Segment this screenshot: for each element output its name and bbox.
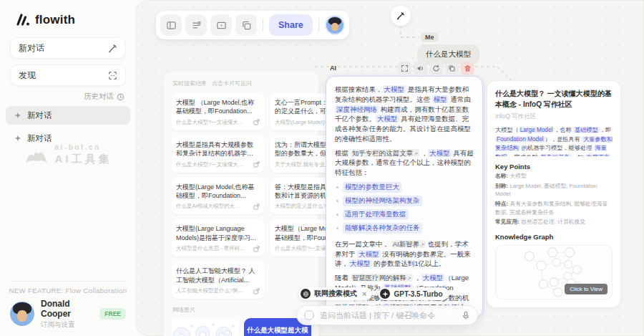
result-card-footer: 人工智能大模型是什么?简单... (176, 287, 260, 294)
sidebar: flowith 新对话 发现 历史对话 (0, 0, 136, 336)
result-card-footer: 什么是AI领域大模型的大模型?... (176, 203, 260, 210)
answer-bullet: 模型的参数量巨大 (336, 182, 474, 193)
highlight-term: Large Model (519, 127, 555, 133)
external-link-icon (253, 288, 260, 294)
ai-answer-panel[interactable]: 根据搜索结果，大模型 是指具有大量参数和复杂结构的机器学习模型。这些 模型 通常… (326, 76, 483, 318)
spark-icon (14, 135, 21, 142)
voice-button[interactable] (414, 62, 427, 75)
highlight-term: 模型 (432, 95, 449, 103)
key-point-label: 特点: (495, 201, 508, 207)
result-card[interactable]: 大模型是指具有大规模参数和复杂计算结构的机器学习模... 什么是大模型?一文读懂… (171, 135, 265, 173)
close-icon[interactable]: × (362, 289, 366, 298)
flow-canvas[interactable]: Share Me 什么是大模型 AI (136, 0, 644, 336)
knowledge-graph-header: Knowledge Graph (495, 233, 613, 241)
pen-icon (108, 44, 117, 53)
external-link-icon (253, 246, 260, 252)
result-card[interactable]: 大模型 （Large Model,也称基础模型，即Foundation... 什… (171, 93, 265, 130)
image-result-bubbles[interactable] (171, 318, 239, 336)
user-meta: Donald Cooper 订阅与设置 (41, 299, 93, 330)
answer-paragraph: 根据 知乎专栏的这篇文章 ，大模型 具有超大规模参数，通常在十亿个以上，这种模型… (335, 148, 474, 178)
sidebar-item-conversation[interactable]: 新对话 (6, 106, 130, 125)
conversation-title: 新对话 (27, 110, 52, 121)
highlight-term: 深度神经网络 (335, 105, 379, 113)
bubbles-thumbnail (171, 318, 239, 336)
answer-body: 根据搜索结果，大模型 是指具有大量参数和复杂结构的机器学习模型。这些 模型 通常… (335, 85, 474, 318)
delete-button[interactable] (461, 62, 474, 75)
source-link-chip[interactable]: 知乎专栏的这篇文章 (351, 149, 419, 157)
discover-button[interactable]: 发现 (10, 64, 126, 86)
mic-button[interactable] (462, 311, 470, 320)
answer-bullet: 能够解决各种复杂的任务 (336, 223, 474, 234)
flow-node-button[interactable] (391, 6, 411, 26)
reference-title[interactable]: 什么是大模型？ 一文读懂大模型的基本概念 - InfoQ 写作社区 (495, 89, 613, 110)
key-point-value: 自然语言处理, 计算机视觉 (521, 219, 585, 225)
composer-chips: 联网搜索模式 × GPT-3.5-Turbo (296, 287, 478, 300)
search-mode-label: 联网搜索模式 (314, 289, 357, 299)
source-link-chip[interactable]: AI新智界 (391, 240, 426, 248)
model-icon (380, 289, 390, 299)
regenerate-button[interactable] (429, 62, 443, 75)
highlight-term: 大模型 (383, 85, 406, 93)
key-point-row: 常见应用: 自然语言处理, 计算机视觉 (495, 218, 613, 226)
external-link-icon (253, 119, 260, 125)
mic-icon (462, 311, 470, 320)
app-logo: flowith (16, 13, 75, 27)
new-chat-button[interactable]: 新对话 (10, 37, 126, 59)
result-card[interactable]: 大模型(Large Language Models)是指基于深度学习... 大模… (171, 219, 265, 256)
bullet-text[interactable]: 能够解决各种复杂的任务 (343, 223, 422, 234)
share-button[interactable]: Share (269, 14, 313, 36)
user-settings-link[interactable]: 订阅与设置 (41, 320, 93, 330)
result-card-source: 什么是AI领域大模型的大模型?... (176, 203, 245, 210)
search-mode-chip[interactable]: 联网搜索模式 × (298, 287, 372, 300)
reference-panel[interactable]: 什么是大模型？ 一文读懂大模型的基本概念 - InfoQ 写作社区 InfoQ … (487, 80, 621, 308)
source-link-chip[interactable]: 智慧医疗网的解释 (351, 274, 413, 282)
expand-icon (401, 64, 409, 72)
result-card-footer: 什么是大模型?一文读懂大模型... (176, 161, 260, 168)
duplicate-button[interactable] (235, 14, 257, 36)
result-card-grid: 大模型 （Large Model,也称基础模型，即Foundation... 什… (171, 93, 311, 299)
result-card[interactable]: 什么是人工智能大模型？ 人工智能大模型（Artificial... 人工智能大模… (171, 261, 265, 299)
presentation-button[interactable] (210, 14, 232, 36)
clock-icon (117, 93, 125, 101)
bullet-text[interactable]: 适用于处理海量数据 (343, 209, 409, 220)
copy-answer-button[interactable] (445, 62, 459, 75)
bullet-text[interactable]: 模型的参数量巨大 (343, 182, 401, 193)
result-card-source: 什么是大模型?一文读懂大模型... (176, 161, 245, 168)
copy-icon (241, 20, 252, 31)
speaker-icon (416, 64, 424, 72)
status-ring-icon (304, 310, 314, 320)
result-card-source: 什么是大模型?一文读懂大模... (176, 119, 245, 126)
knowledge-graph-card[interactable]: Click to View (495, 245, 613, 299)
toggle-sidebar-button[interactable] (160, 14, 182, 36)
toolbar-avatar[interactable] (325, 15, 345, 35)
history-label: 历史对话 (84, 92, 125, 102)
bullet-dot-icon (336, 227, 338, 229)
key-points-list: 名称: 大模型 别称: Large Model, 基础模型, Foundatio… (495, 171, 613, 226)
history-label-text: 历史对话 (84, 92, 114, 102)
key-point-label: 别称: (495, 183, 508, 189)
expand-button[interactable] (398, 62, 411, 75)
followup-input[interactable] (320, 311, 456, 320)
click-to-view-button[interactable]: Click to View (565, 284, 608, 294)
spark-icon (14, 112, 21, 119)
watermark-line1: ai-bot.cn (55, 143, 112, 151)
watermark: ai-bot.cn AI工具集 (0, 143, 136, 166)
result-card-title: 什么是人工智能大模型？ 人工智能大模型（Artificial... (176, 267, 260, 284)
answer-paragraph: 在另一篇文章中， AI新智界 也提到，学术界对于 大模型 没有明确的参数界定。一… (335, 239, 474, 269)
user-name: Donald Cooper (41, 299, 93, 319)
canvas-toolbar: Share (156, 11, 349, 39)
trash-icon (464, 64, 472, 72)
highlight-term: Foundation Model (495, 136, 545, 143)
result-card-title: 大模型(Large Language Models)是指基于深度学习... (176, 224, 260, 242)
steps-button[interactable] (185, 14, 207, 36)
user-profile[interactable]: Donald Cooper 订阅与设置 FREE (10, 299, 126, 328)
toolbar-divider (318, 19, 319, 32)
model-chip[interactable]: GPT-3.5-Turbo (378, 287, 448, 300)
key-point-value: Large Model, 基础模型, Foundation Model (495, 183, 597, 198)
result-card[interactable]: 大模型(Large Model,也称基础模型，即Foundation... 什么… (171, 178, 265, 215)
images-header: 网络图片 (172, 306, 310, 314)
bullet-dot-icon (336, 213, 338, 216)
bullet-text[interactable]: 模型的神经网络架构复杂 (343, 196, 422, 206)
followup-input-bar[interactable] (296, 305, 478, 325)
steps-icon (191, 20, 202, 31)
